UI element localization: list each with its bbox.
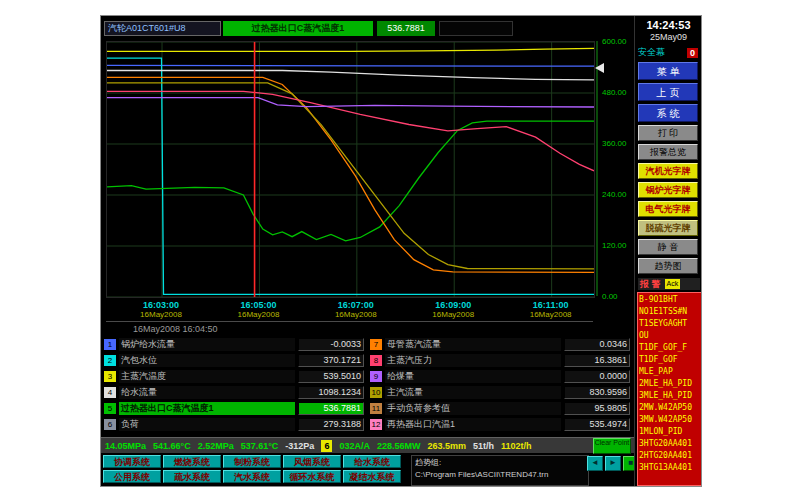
legend-row[interactable]: 8主蒸汽压力16.3861: [370, 353, 630, 368]
alarm-item[interactable]: T1SEYGAGHT: [639, 318, 701, 330]
time-tick-date: 16May2008: [325, 310, 387, 319]
trend-file-path: C:\Program Files\ASCII\TREND47.trn: [415, 469, 585, 481]
time-axis: 16:03:0016May200816:05:0016May200816:07:…: [106, 299, 593, 322]
prev-page-button[interactable]: 上 页: [638, 83, 698, 101]
page-feedwater[interactable]: 给水系统: [343, 455, 401, 468]
page-circ-water[interactable]: 循环水系统: [283, 470, 341, 483]
alarm-item[interactable]: MLE_PAP: [639, 366, 701, 378]
trend-page-button[interactable]: 趋势图: [638, 258, 698, 274]
pen-label: 给水流量: [119, 386, 295, 399]
pen-label: 主汽流量: [385, 386, 561, 399]
pen-value: 370.1721: [298, 354, 364, 367]
menu-button[interactable]: 菜 单: [638, 62, 698, 80]
pen-value: 535.4974: [564, 418, 630, 431]
alarm-list[interactable]: B-9O1BHTNO1E1TSS#NT1SEYGAGHTOUT1DF_GOF_F…: [637, 292, 702, 486]
pen-value: 16.3861: [564, 354, 630, 367]
y-scale-label: 240.00: [602, 190, 626, 199]
boiler-annunciator-button[interactable]: 锅炉光字牌: [638, 182, 698, 198]
page-common[interactable]: 公用系统: [103, 470, 161, 483]
pen-label: 过热器出口C蒸汽温度1: [119, 402, 295, 415]
alarm-item[interactable]: B-9O1BHT: [639, 294, 701, 306]
trend-series: [107, 98, 594, 107]
legend-row[interactable]: 3主蒸汽温度539.5010: [104, 369, 364, 384]
pen-color-chip: 10: [370, 387, 382, 398]
legend-row[interactable]: 9给煤量0.0000: [370, 369, 630, 384]
print-button[interactable]: 打 印: [638, 125, 698, 141]
legend-row[interactable]: 10主汽流量830.9596: [370, 385, 630, 400]
scroll-left-button[interactable]: ◄: [587, 456, 603, 471]
alarm-item[interactable]: 3HTG20AA401: [639, 438, 701, 450]
pen-color-chip: 7: [370, 339, 382, 350]
status-item: 14.05MPa: [105, 441, 146, 451]
alarm-item[interactable]: T1DF_GOF: [639, 354, 701, 366]
ack-button[interactable]: Ack: [665, 279, 681, 289]
page-coordination[interactable]: 协调系统: [103, 455, 161, 468]
trend-file-label: 趋势组:: [415, 457, 585, 469]
alarm-item[interactable]: 3HTG13AA401: [639, 462, 701, 474]
alarm-item[interactable]: 3MLE_HA_PID: [639, 390, 701, 402]
fgd-annunciator-button[interactable]: 脱硫光字牌: [638, 220, 698, 236]
alarm-item[interactable]: OU: [639, 330, 701, 342]
legend-row[interactable]: 1锅炉给水流量-0.0033: [104, 337, 364, 352]
alarm-item[interactable]: 2MW.W42AP50: [639, 402, 701, 414]
time-tick-date: 16May2008: [520, 310, 582, 319]
time-tick-label: 16:11:00: [520, 300, 582, 310]
pen-color-chip: 8: [370, 355, 382, 366]
system-button[interactable]: 系 统: [638, 104, 698, 122]
time-tick-label: 16:03:00: [130, 300, 192, 310]
alarm-item[interactable]: 3MW.W42AP50: [639, 414, 701, 426]
electrical-annunciator-button[interactable]: 电气光字牌: [638, 201, 698, 217]
legend-row[interactable]: 12再热器出口汽温1535.4974: [370, 417, 630, 432]
legend-row[interactable]: 2汽包水位370.1721: [104, 353, 364, 368]
legend-row[interactable]: 6负荷279.3188: [104, 417, 364, 432]
trend-chart-area[interactable]: [106, 41, 595, 298]
system-pages-row-1: 协调系统燃烧系统制粉系统风烟系统给水系统: [103, 455, 401, 468]
pen-label: 手动负荷参考值: [385, 402, 561, 415]
page-condensate[interactable]: 凝结水系统: [343, 470, 401, 483]
clock-time: 14:24:53: [635, 19, 702, 31]
legend-row[interactable]: 5过热器出口C蒸汽温度1536.7881: [104, 401, 364, 416]
legend-row[interactable]: 11手动负荷参考值95.9805: [370, 401, 630, 416]
pen-value: -0.0033: [298, 338, 364, 351]
clear-point-button[interactable]: Clear Point: [593, 438, 631, 454]
status-item: 263.5mm: [427, 441, 466, 451]
legend-row[interactable]: 7母管蒸汽流量0.0346: [370, 337, 630, 352]
pen-color-chip: 4: [104, 387, 116, 398]
dcs-trend-screen: 汽轮A01CT601#U8 过热器出口C蒸汽温度1 536.7881 600.0…: [100, 15, 702, 487]
selected-pen-tag[interactable]: 过热器出口C蒸汽温度1: [223, 21, 373, 36]
pen-value: 95.9805: [564, 402, 630, 415]
time-tick-date: 16May2008: [422, 310, 484, 319]
alarm-item[interactable]: 1MLON_PID: [639, 426, 701, 438]
pen-label: 主蒸汽压力: [385, 354, 561, 367]
pen-color-chip: 11: [370, 403, 382, 414]
alarm-item[interactable]: 2MLE_HA_PID: [639, 378, 701, 390]
status-item: -312Pa: [285, 441, 314, 451]
pen-value: 830.9596: [564, 386, 630, 399]
turbine-annunciator-button[interactable]: 汽机光字牌: [638, 163, 698, 179]
scroll-right-button[interactable]: ►: [605, 456, 621, 471]
safety-screen-button[interactable]: 安全幕 0: [638, 46, 698, 59]
alarm-item[interactable]: 2HTG20AA401: [639, 450, 701, 462]
status-item: 2.52MPa: [198, 441, 234, 451]
pen-label: 再热器出口汽温1: [385, 418, 561, 431]
page-steam-water[interactable]: 汽水系统: [223, 470, 281, 483]
pen-color-chip: 6: [104, 419, 116, 430]
alarm-item[interactable]: NO1E1TSS#N: [639, 306, 701, 318]
trend-plot: [107, 42, 594, 297]
y-axis-scale: 600.00480.00360.00240.00120.000.00: [596, 41, 636, 296]
pen-color-chip: 9: [370, 371, 382, 382]
pen-color-chip: 2: [104, 355, 116, 366]
value-pointer-icon[interactable]: [595, 63, 604, 73]
page-air-flue[interactable]: 风烟系统: [283, 455, 341, 468]
mute-button[interactable]: 静 音: [638, 239, 698, 255]
trend-group-tag[interactable]: 汽轮A01CT601#U8: [104, 21, 221, 36]
legend-row[interactable]: 4给水流量1098.1234: [104, 385, 364, 400]
pen-value: 1098.1234: [298, 386, 364, 399]
page-combustion[interactable]: 燃烧系统: [163, 455, 221, 468]
time-tick-label: 16:09:00: [422, 300, 484, 310]
selected-pen-value: 536.7881: [377, 21, 435, 36]
alarm-item[interactable]: T1DF_GOF_F: [639, 342, 701, 354]
page-pulverizing[interactable]: 制粉系统: [223, 455, 281, 468]
page-drain[interactable]: 疏水系统: [163, 470, 221, 483]
alarm-overview-button[interactable]: 报警总览: [638, 144, 698, 160]
